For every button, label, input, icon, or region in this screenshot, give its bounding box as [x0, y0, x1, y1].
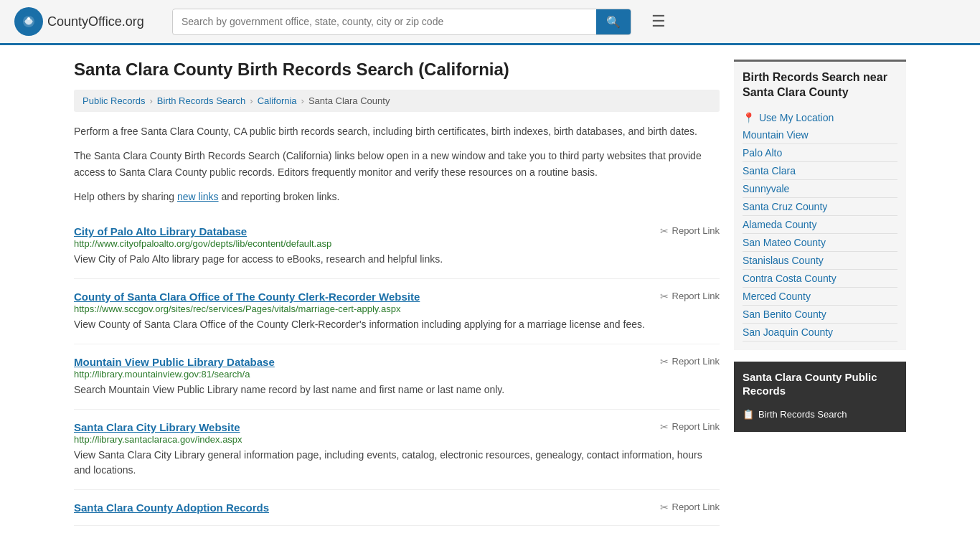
sidebar: Birth Records Search near Santa Clara Co… — [734, 60, 906, 526]
sidebar-public-records-section: Santa Clara County Public Records 📋Birth… — [734, 362, 906, 432]
breadcrumb-sep-1: › — [149, 95, 152, 106]
sidebar-nearby-title: Birth Records Search near Santa Clara Co… — [743, 70, 897, 100]
search-input[interactable] — [173, 10, 596, 33]
sidebar-nearby-link[interactable]: Santa Cruz County — [743, 198, 897, 216]
sidebar-nearby-link[interactable]: Palo Alto — [743, 144, 897, 162]
page-title: Santa Clara County Birth Records Search … — [74, 60, 720, 80]
sidebar-public-records-links: 📋Birth Records Search — [743, 405, 897, 423]
breadcrumb-link-public-records[interactable]: Public Records — [83, 95, 145, 106]
report-link-button[interactable]: ✂ Report Link — [660, 225, 720, 237]
site-header: CountyOffice.org 🔍 ☰ — [0, 0, 980, 45]
birth-records-icon: 📋 — [743, 409, 754, 420]
location-pin-icon: 📍 — [743, 112, 755, 123]
report-link-button[interactable]: ✂ Report Link — [660, 421, 720, 433]
search-button[interactable]: 🔍 — [596, 9, 631, 34]
report-icon: ✂ — [660, 225, 669, 237]
breadcrumb-current: Santa Clara County — [308, 95, 390, 106]
sidebar-nearby-link[interactable]: Alameda County — [743, 216, 897, 234]
report-icon: ✂ — [660, 501, 669, 513]
menu-button[interactable]: ☰ — [646, 9, 672, 34]
logo-text: CountyOffice.org — [47, 14, 144, 29]
report-icon: ✂ — [660, 291, 669, 302]
report-link-label: Report Link — [672, 421, 720, 432]
report-link-button[interactable]: ✂ Report Link — [660, 501, 720, 513]
description-para2: The Santa Clara County Birth Records Sea… — [74, 148, 720, 180]
report-link-button[interactable]: ✂ Report Link — [660, 291, 720, 302]
svg-point-3 — [27, 17, 30, 20]
report-link-label: Report Link — [672, 291, 720, 301]
result-title-row: Mountain View Public Library Database ✂ … — [74, 356, 720, 368]
hamburger-icon: ☰ — [651, 12, 666, 30]
search-icon: 🔍 — [606, 16, 621, 28]
sidebar-nearby-link[interactable]: Contra Costa County — [743, 270, 897, 288]
result-url[interactable]: https://www.sccgov.org/sites/rec/service… — [74, 303, 400, 314]
result-description: Search Mountain View Public Library name… — [74, 382, 720, 397]
sidebar-nearby-link[interactable]: Santa Clara — [743, 162, 897, 180]
report-link-button[interactable]: ✂ Report Link — [660, 356, 720, 367]
result-url[interactable]: http://library.santaclaraca.gov/index.as… — [74, 434, 242, 445]
sidebar-nearby-link[interactable]: Sunnyvale — [743, 180, 897, 198]
description-para1: Perform a free Santa Clara County, CA pu… — [74, 123, 720, 139]
result-url[interactable]: http://library.mountainview.gov:81/searc… — [74, 369, 250, 380]
breadcrumb: Public Records › Birth Records Search › … — [74, 90, 720, 112]
result-title-link[interactable]: County of Santa Clara Office of The Coun… — [74, 291, 653, 303]
sidebar-nearby-link[interactable]: San Mateo County — [743, 234, 897, 252]
result-description: View City of Palo Alto library page for … — [74, 252, 720, 267]
result-title-row: Santa Clara City Library Website ✂ Repor… — [74, 421, 720, 433]
result-description: View Santa Clara City Library general in… — [74, 448, 720, 478]
logo-area: CountyOffice.org — [14, 7, 158, 36]
result-title-link[interactable]: Santa Clara County Adoption Records — [74, 501, 653, 514]
result-title-link[interactable]: Santa Clara City Library Website — [74, 421, 653, 433]
description-para3: Help others by sharing new links and rep… — [74, 189, 720, 204]
result-item: City of Palo Alto Library Database ✂ Rep… — [74, 214, 720, 279]
result-title-link[interactable]: City of Palo Alto Library Database — [74, 225, 653, 237]
sidebar-nearby-link[interactable]: San Benito County — [743, 306, 897, 324]
sidebar-nearby-links: Mountain ViewPalo AltoSanta ClaraSunnyva… — [743, 126, 897, 342]
result-item: Santa Clara County Adoption Records ✂ Re… — [74, 490, 720, 526]
report-icon: ✂ — [660, 421, 669, 433]
sidebar-nearby-link[interactable]: San Joaquin County — [743, 324, 897, 342]
report-link-label: Report Link — [672, 356, 720, 367]
sidebar-nearby-section: Birth Records Search near Santa Clara Co… — [734, 60, 906, 350]
logo-icon — [14, 7, 43, 36]
new-links-link[interactable]: new links — [177, 191, 219, 202]
use-my-location-button[interactable]: 📍 Use My Location — [743, 109, 897, 126]
result-description: View County of Santa Clara Office of the… — [74, 317, 720, 332]
report-link-label: Report Link — [672, 225, 720, 236]
content-area: Santa Clara County Birth Records Search … — [74, 60, 720, 526]
results-list: City of Palo Alto Library Database ✂ Rep… — [74, 214, 720, 526]
search-bar: 🔍 — [172, 9, 631, 35]
sidebar-public-records-link[interactable]: 📋Birth Records Search — [743, 405, 897, 423]
sidebar-nearby-link[interactable]: Mountain View — [743, 126, 897, 144]
main-container: Santa Clara County Birth Records Search … — [60, 45, 920, 540]
result-title-row: Santa Clara County Adoption Records ✂ Re… — [74, 501, 720, 514]
breadcrumb-link-california[interactable]: California — [258, 95, 297, 106]
breadcrumb-sep-3: › — [301, 95, 304, 106]
breadcrumb-link-birth-records[interactable]: Birth Records Search — [157, 95, 246, 106]
result-title-row: County of Santa Clara Office of The Coun… — [74, 291, 720, 303]
result-url[interactable]: http://www.cityofpaloalto.org/gov/depts/… — [74, 238, 331, 249]
result-item: Santa Clara City Library Website ✂ Repor… — [74, 410, 720, 490]
result-title-link[interactable]: Mountain View Public Library Database — [74, 356, 653, 368]
report-icon: ✂ — [660, 356, 669, 367]
result-item: County of Santa Clara Office of The Coun… — [74, 279, 720, 344]
result-item: Mountain View Public Library Database ✂ … — [74, 344, 720, 410]
report-link-label: Report Link — [672, 501, 720, 512]
breadcrumb-sep-2: › — [250, 95, 253, 106]
sidebar-nearby-link[interactable]: Stanislaus County — [743, 252, 897, 270]
sidebar-nearby-link[interactable]: Merced County — [743, 288, 897, 306]
result-title-row: City of Palo Alto Library Database ✂ Rep… — [74, 225, 720, 237]
sidebar-public-records-title: Santa Clara County Public Records — [743, 370, 897, 398]
